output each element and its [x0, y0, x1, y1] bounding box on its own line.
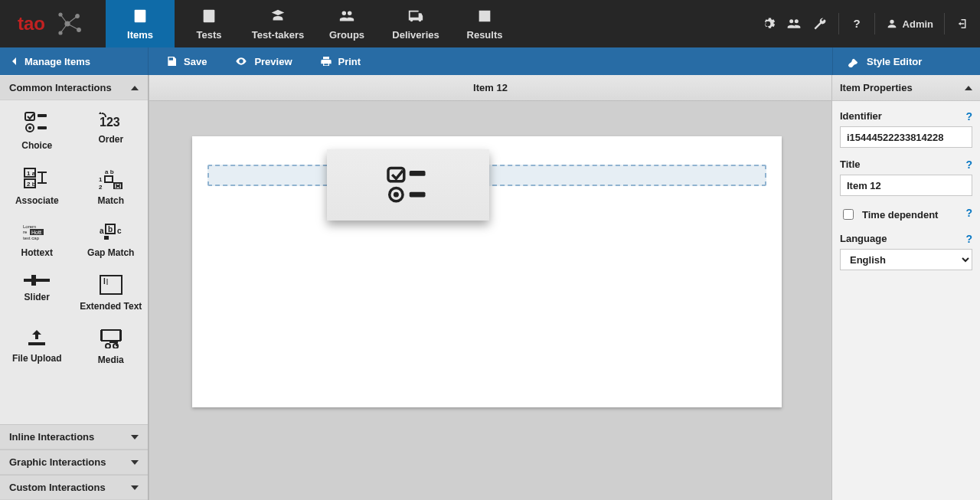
nav-results[interactable]: Results — [450, 0, 519, 47]
help-identifier-icon[interactable]: ? — [965, 110, 972, 123]
properties-sidebar: Item Properties ? Identifier ? Title ? T… — [832, 75, 980, 500]
svg-line-8 — [60, 15, 67, 24]
identifier-input[interactable] — [840, 126, 972, 148]
svg-text:a: a — [100, 227, 104, 235]
manage-items-button[interactable]: Manage Items — [0, 47, 149, 75]
svg-point-47 — [394, 191, 399, 197]
svg-rect-45 — [410, 170, 426, 175]
section-common-interactions[interactable]: Common Interactions — [0, 75, 148, 100]
svg-text:2: 2 — [99, 184, 103, 189]
language-select[interactable]: English — [840, 249, 972, 270]
interactions-sidebar: Common Interactions Choice 123 Order 1 a… — [0, 75, 149, 500]
logout-icon[interactable] — [956, 17, 969, 31]
svg-text:I: I — [103, 277, 106, 286]
tool-choice[interactable]: Choice — [0, 111, 74, 151]
svg-rect-41 — [102, 330, 120, 341]
svg-rect-35 — [104, 236, 109, 240]
svg-line-9 — [60, 24, 67, 33]
topbar-right: ? Admin — [760, 0, 980, 47]
nav-tests[interactable]: Tests — [175, 0, 243, 47]
tool-file-upload[interactable]: File Upload — [0, 328, 74, 365]
toolbar: Manage Items Save Preview Print Style Ed… — [0, 47, 980, 75]
tool-match[interactable]: a b12 Match — [74, 168, 149, 206]
svg-text:1 a: 1 a — [27, 170, 36, 177]
chevron-up-icon — [965, 86, 972, 90]
nav-items[interactable]: Items — [106, 0, 175, 47]
tool-gap-match[interactable]: abc Gap Match — [74, 223, 149, 258]
chevron-down-icon — [131, 435, 139, 440]
time-dependent-checkbox[interactable] — [843, 209, 854, 220]
preview-button[interactable]: Preview — [234, 55, 292, 67]
section-graphic-interactions[interactable]: Graphic Interactions — [0, 449, 148, 475]
section-custom-interactions[interactable]: Custom Interactions — [0, 475, 148, 500]
chevron-up-icon — [131, 86, 139, 90]
svg-text:c: c — [117, 227, 122, 235]
time-dependent-label: Time dependent — [862, 209, 938, 221]
tao-logo: tao — [0, 0, 106, 47]
help-language-icon[interactable]: ? — [965, 233, 972, 245]
svg-rect-42 — [100, 330, 103, 341]
svg-rect-48 — [410, 191, 426, 197]
wrench-icon[interactable] — [812, 16, 828, 31]
svg-text:Hott: Hott — [31, 230, 41, 235]
help-time-dependent-icon[interactable]: ? — [965, 207, 972, 219]
svg-text:a  b: a b — [105, 168, 114, 175]
svg-text:tao: tao — [18, 13, 45, 34]
item-tab[interactable]: Item 12 — [149, 75, 831, 101]
editor-canvas-area: Item 12 — [149, 75, 832, 500]
svg-point-14 — [28, 126, 31, 129]
chevron-down-icon — [131, 485, 139, 490]
save-button[interactable]: Save — [165, 55, 207, 67]
language-label: Language — [840, 233, 972, 244]
svg-line-6 — [67, 16, 77, 24]
title-label: Title — [840, 158, 972, 170]
tool-hottext[interactable]: LoremreHotttext cap Hottext — [0, 223, 74, 258]
help-title-icon[interactable]: ? — [965, 158, 972, 171]
chevron-down-icon — [131, 460, 139, 465]
title-input[interactable] — [840, 175, 972, 196]
tool-extended-text[interactable]: I Extended Text — [74, 275, 149, 312]
item-properties-header[interactable]: Item Properties — [832, 75, 980, 101]
svg-text:text cap: text cap — [23, 236, 40, 240]
users-icon[interactable] — [786, 16, 802, 31]
tool-associate[interactable]: 1 a2 b Associate — [0, 168, 74, 206]
nav-deliveries[interactable]: Deliveries — [381, 0, 450, 47]
drag-ghost-choice[interactable] — [327, 149, 489, 221]
svg-text:?: ? — [853, 17, 860, 30]
nav-test-takers[interactable]: Test-takers — [243, 0, 312, 47]
svg-rect-24 — [105, 176, 113, 182]
nav-groups[interactable]: Groups — [312, 0, 381, 47]
svg-text:b: b — [108, 225, 113, 234]
item-page[interactable] — [192, 136, 782, 407]
tool-media[interactable]: Media — [74, 328, 149, 365]
tool-slider[interactable]: Slider — [0, 275, 74, 312]
section-inline-interactions[interactable]: Inline Interactions — [0, 424, 148, 449]
svg-text:123: 123 — [100, 116, 120, 128]
svg-line-7 — [67, 24, 79, 30]
svg-rect-37 — [31, 275, 36, 286]
print-button[interactable]: Print — [320, 55, 361, 67]
top-navbar: tao Items Tests Test-takers — [0, 0, 980, 47]
svg-rect-36 — [24, 279, 50, 282]
user-name: Admin — [903, 18, 933, 30]
user-menu[interactable]: Admin — [886, 18, 933, 30]
tool-order[interactable]: 123 Order — [74, 111, 149, 151]
svg-rect-15 — [38, 126, 47, 129]
svg-text:Lorem: Lorem — [23, 224, 36, 229]
style-editor-button[interactable]: Style Editor — [832, 47, 980, 75]
settings-icon[interactable] — [760, 16, 776, 31]
svg-text:2 b: 2 b — [27, 181, 36, 188]
help-icon[interactable]: ? — [850, 17, 864, 31]
svg-text:re: re — [23, 230, 28, 234]
svg-rect-12 — [38, 114, 47, 117]
svg-text:1: 1 — [99, 176, 103, 183]
svg-rect-43 — [119, 330, 122, 341]
identifier-label: Identifier — [840, 110, 972, 122]
